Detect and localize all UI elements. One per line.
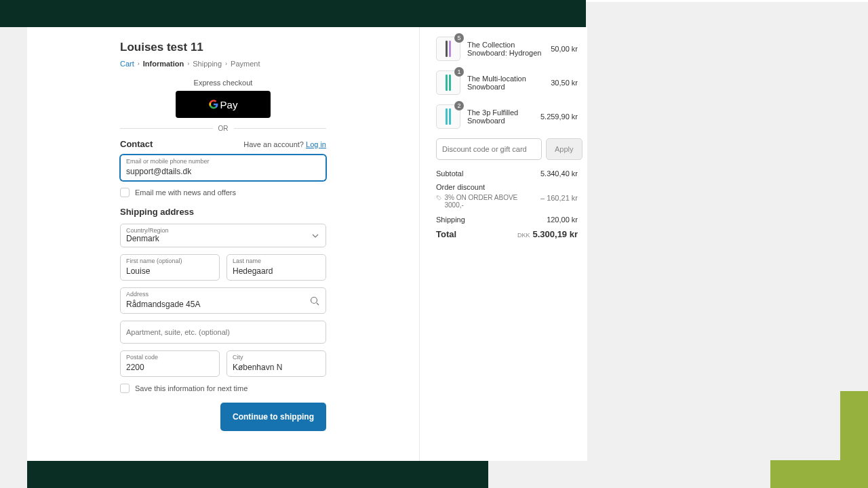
gpay-button[interactable]: Pay bbox=[176, 91, 271, 118]
qty-badge: 5 bbox=[454, 33, 464, 43]
accent-block bbox=[840, 391, 868, 462]
last-name-input[interactable] bbox=[233, 266, 320, 276]
breadcrumb-payment: Payment bbox=[231, 60, 260, 68]
gpay-label: Pay bbox=[220, 99, 238, 110]
order-discount-label: Order discount bbox=[436, 183, 485, 191]
product-price: 50,00 kr bbox=[551, 45, 578, 53]
svg-point-0 bbox=[311, 297, 317, 303]
apartment-field[interactable]: Apartment, suite, etc. (optional) bbox=[120, 321, 326, 344]
email-label: Email or mobile phone number bbox=[126, 158, 320, 165]
last-name-label: Last name bbox=[233, 258, 320, 264]
search-icon bbox=[309, 296, 320, 306]
product-name: The Collection Snowboard: Hydrogen bbox=[467, 41, 544, 57]
breadcrumb: Cart › Information › Shipping › Payment bbox=[120, 60, 326, 68]
discount-tag: 3% ON ORDER ABOVE 3000,- bbox=[436, 194, 524, 209]
product-price: 30,50 kr bbox=[551, 79, 578, 87]
qty-badge: 2 bbox=[454, 101, 464, 110]
divider-or: OR bbox=[120, 125, 326, 132]
checkbox-icon[interactable] bbox=[120, 188, 130, 197]
address-label: Address bbox=[126, 291, 320, 298]
email-input[interactable] bbox=[126, 167, 320, 176]
checkout-card: Louises test 11 Cart › Information › Shi… bbox=[27, 27, 587, 461]
line-item: 2 The 3p Fulfilled Snowboard 5.259,90 kr bbox=[436, 104, 578, 129]
first-name-label: First name (optional) bbox=[126, 258, 214, 264]
city-field[interactable]: City bbox=[226, 350, 326, 377]
contact-heading: Contact bbox=[120, 139, 153, 149]
product-thumb: 2 bbox=[436, 104, 460, 129]
country-select[interactable]: Country/Region Denmark bbox=[120, 224, 326, 247]
chevron-right-icon: › bbox=[138, 60, 140, 67]
product-thumb: 1 bbox=[436, 70, 460, 95]
shipping-label: Shipping bbox=[436, 216, 465, 224]
news-opt-in[interactable]: Email me with news and offers bbox=[120, 188, 326, 197]
continue-button[interactable]: Continue to shipping bbox=[220, 403, 326, 431]
have-account-text: Have an account? Log in bbox=[243, 140, 326, 148]
checkout-form-column: Louises test 11 Cart › Information › Shi… bbox=[27, 27, 419, 461]
product-name: The Multi-location Snowboard bbox=[467, 75, 544, 91]
subtotal-value: 5.340,40 kr bbox=[540, 169, 578, 178]
first-name-input[interactable] bbox=[126, 266, 214, 276]
or-label: OR bbox=[218, 125, 229, 132]
breadcrumb-information: Information bbox=[143, 60, 184, 68]
product-name: The 3p Fulfilled Snowboard bbox=[467, 108, 534, 125]
express-checkout-label: Express checkout bbox=[120, 79, 326, 87]
subtotal-label: Subtotal bbox=[436, 169, 463, 178]
country-value: Denmark bbox=[126, 234, 320, 243]
svg-point-2 bbox=[437, 197, 438, 197]
line-item: 5 The Collection Snowboard: Hydrogen 50,… bbox=[436, 37, 578, 61]
breadcrumb-cart[interactable]: Cart bbox=[120, 60, 134, 68]
total-value: 5.300,19 kr bbox=[532, 229, 578, 239]
chevron-right-icon: › bbox=[225, 60, 227, 67]
tag-icon bbox=[436, 195, 441, 201]
login-link[interactable]: Log in bbox=[306, 140, 326, 148]
svg-line-1 bbox=[317, 303, 319, 305]
breadcrumb-shipping: Shipping bbox=[193, 60, 222, 68]
country-label: Country/Region bbox=[126, 227, 320, 234]
address-field[interactable]: Address bbox=[120, 287, 326, 314]
shipping-heading: Shipping address bbox=[120, 207, 326, 217]
chevron-right-icon: › bbox=[187, 60, 189, 67]
city-input[interactable] bbox=[233, 363, 320, 372]
footer-dark-bar bbox=[27, 461, 488, 488]
first-name-field[interactable]: First name (optional) bbox=[120, 254, 220, 281]
save-info-opt[interactable]: Save this information for next time bbox=[120, 384, 326, 393]
product-thumb: 5 bbox=[436, 37, 460, 61]
currency-code: DKK bbox=[517, 232, 530, 239]
google-icon bbox=[209, 100, 218, 109]
postal-field[interactable]: Postal code bbox=[120, 350, 220, 377]
product-price: 5.259,90 kr bbox=[540, 113, 578, 121]
background-right bbox=[586, 2, 868, 488]
email-field[interactable]: Email or mobile phone number bbox=[120, 155, 326, 181]
save-info-label: Save this information for next time bbox=[135, 384, 248, 392]
postal-input[interactable] bbox=[126, 363, 214, 372]
address-input[interactable] bbox=[126, 300, 320, 309]
discount-input[interactable] bbox=[436, 138, 542, 160]
news-opt-label: Email me with news and offers bbox=[135, 188, 236, 197]
qty-badge: 1 bbox=[454, 67, 464, 77]
discount-value: – 160,21 kr bbox=[540, 194, 578, 202]
order-summary-column: 5 The Collection Snowboard: Hydrogen 50,… bbox=[419, 27, 587, 461]
header-dark-bar bbox=[0, 0, 586, 27]
apply-button[interactable]: Apply bbox=[546, 138, 583, 160]
last-name-field[interactable]: Last name bbox=[226, 254, 326, 281]
checkbox-icon[interactable] bbox=[120, 384, 130, 393]
postal-label: Postal code bbox=[126, 354, 214, 361]
city-label: City bbox=[233, 354, 320, 361]
total-label: Total bbox=[436, 229, 456, 239]
shipping-value: 120,00 kr bbox=[547, 216, 578, 224]
store-title: Louises test 11 bbox=[120, 41, 326, 54]
accent-block bbox=[770, 460, 868, 488]
line-item: 1 The Multi-location Snowboard 30,50 kr bbox=[436, 70, 578, 95]
